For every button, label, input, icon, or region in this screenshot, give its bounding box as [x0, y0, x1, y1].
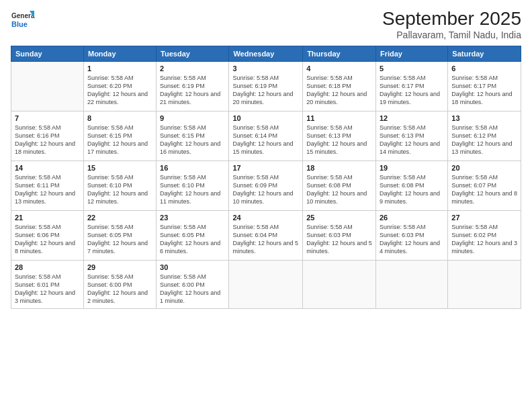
day-info: Sunrise: 5:58 AM Sunset: 6:17 PM Dayligh…	[451, 74, 517, 107]
day-number: 19	[380, 164, 444, 172]
calendar-cell: 11Sunrise: 5:58 AM Sunset: 6:13 PM Dayli…	[303, 111, 376, 161]
calendar-cell	[229, 261, 303, 309]
day-info: Sunrise: 5:58 AM Sunset: 6:13 PM Dayligh…	[380, 124, 444, 156]
calendar-week-3: 14Sunrise: 5:58 AM Sunset: 6:11 PM Dayli…	[11, 161, 521, 211]
calendar-cell: 21Sunrise: 5:58 AM Sunset: 6:06 PM Dayli…	[11, 211, 84, 261]
calendar-cell: 16Sunrise: 5:58 AM Sunset: 6:10 PM Dayli…	[157, 161, 229, 211]
calendar-cell: 2Sunrise: 5:58 AM Sunset: 6:19 PM Daylig…	[157, 62, 229, 111]
day-number: 18	[306, 164, 372, 172]
day-number: 6	[451, 64, 517, 73]
col-wednesday: Wednesday	[229, 46, 303, 62]
day-info: Sunrise: 5:58 AM Sunset: 6:15 PM Dayligh…	[160, 124, 225, 156]
calendar-cell: 9Sunrise: 5:58 AM Sunset: 6:15 PM Daylig…	[157, 111, 229, 161]
col-saturday: Saturday	[448, 46, 521, 62]
day-number: 4	[306, 64, 372, 73]
day-number: 24	[232, 214, 299, 222]
day-info: Sunrise: 5:58 AM Sunset: 6:03 PM Dayligh…	[306, 223, 372, 256]
calendar-cell: 20Sunrise: 5:58 AM Sunset: 6:07 PM Dayli…	[448, 161, 521, 211]
day-info: Sunrise: 5:58 AM Sunset: 6:00 PM Dayligh…	[160, 273, 225, 306]
calendar-cell	[303, 261, 376, 309]
calendar-cell: 23Sunrise: 5:58 AM Sunset: 6:05 PM Dayli…	[157, 211, 229, 261]
calendar-cell: 15Sunrise: 5:58 AM Sunset: 6:10 PM Dayli…	[83, 161, 156, 211]
day-number: 5	[380, 64, 444, 73]
calendar-cell: 13Sunrise: 5:58 AM Sunset: 6:12 PM Dayli…	[448, 111, 521, 161]
logo: General Blue	[11, 8, 35, 32]
day-number: 30	[160, 263, 225, 271]
calendar-cell: 29Sunrise: 5:58 AM Sunset: 6:00 PM Dayli…	[83, 261, 156, 309]
day-number: 17	[232, 164, 299, 172]
day-info: Sunrise: 5:58 AM Sunset: 6:05 PM Dayligh…	[160, 223, 225, 256]
day-number: 26	[380, 214, 444, 222]
calendar-table: Sunday Monday Tuesday Wednesday Thursday…	[11, 46, 521, 309]
calendar-cell: 28Sunrise: 5:58 AM Sunset: 6:01 PM Dayli…	[11, 261, 84, 309]
col-sunday: Sunday	[11, 46, 84, 62]
day-number: 12	[380, 114, 444, 122]
day-info: Sunrise: 5:58 AM Sunset: 6:13 PM Dayligh…	[306, 124, 372, 156]
calendar-cell: 27Sunrise: 5:58 AM Sunset: 6:02 PM Dayli…	[448, 211, 521, 261]
day-number: 14	[15, 164, 80, 172]
day-info: Sunrise: 5:58 AM Sunset: 6:06 PM Dayligh…	[15, 223, 80, 256]
calendar-cell: 3Sunrise: 5:58 AM Sunset: 6:19 PM Daylig…	[229, 62, 303, 111]
col-friday: Friday	[375, 46, 447, 62]
day-number: 13	[451, 114, 517, 122]
day-number: 22	[87, 214, 152, 222]
calendar-cell	[448, 261, 521, 309]
day-info: Sunrise: 5:58 AM Sunset: 6:18 PM Dayligh…	[306, 74, 372, 107]
location: Pallavaram, Tamil Nadu, India	[382, 30, 521, 40]
day-number: 25	[306, 214, 372, 222]
day-info: Sunrise: 5:58 AM Sunset: 6:10 PM Dayligh…	[87, 173, 152, 206]
day-number: 20	[451, 164, 517, 172]
day-number: 1	[87, 64, 152, 73]
day-number: 28	[15, 263, 80, 271]
calendar-cell: 30Sunrise: 5:58 AM Sunset: 6:00 PM Dayli…	[157, 261, 229, 309]
day-number: 8	[87, 114, 152, 122]
day-number: 27	[451, 214, 517, 222]
day-number: 11	[306, 114, 372, 122]
day-info: Sunrise: 5:58 AM Sunset: 6:20 PM Dayligh…	[87, 74, 152, 107]
calendar-cell: 4Sunrise: 5:58 AM Sunset: 6:18 PM Daylig…	[303, 62, 376, 111]
calendar-cell: 22Sunrise: 5:58 AM Sunset: 6:05 PM Dayli…	[83, 211, 156, 261]
day-info: Sunrise: 5:58 AM Sunset: 6:17 PM Dayligh…	[380, 74, 444, 107]
day-info: Sunrise: 5:58 AM Sunset: 6:11 PM Dayligh…	[15, 173, 80, 206]
calendar-week-4: 21Sunrise: 5:58 AM Sunset: 6:06 PM Dayli…	[11, 211, 521, 261]
calendar-cell	[11, 62, 84, 111]
day-info: Sunrise: 5:58 AM Sunset: 6:08 PM Dayligh…	[306, 173, 372, 206]
day-info: Sunrise: 5:58 AM Sunset: 6:16 PM Dayligh…	[15, 124, 80, 156]
calendar-cell: 25Sunrise: 5:58 AM Sunset: 6:03 PM Dayli…	[303, 211, 376, 261]
calendar-cell: 19Sunrise: 5:58 AM Sunset: 6:08 PM Dayli…	[375, 161, 447, 211]
calendar-week-5: 28Sunrise: 5:58 AM Sunset: 6:01 PM Dayli…	[11, 261, 521, 309]
calendar-cell: 6Sunrise: 5:58 AM Sunset: 6:17 PM Daylig…	[448, 62, 521, 111]
day-info: Sunrise: 5:58 AM Sunset: 6:19 PM Dayligh…	[232, 74, 299, 107]
logo-svg: General Blue	[11, 8, 35, 32]
calendar-cell: 24Sunrise: 5:58 AM Sunset: 6:04 PM Dayli…	[229, 211, 303, 261]
header-row: Sunday Monday Tuesday Wednesday Thursday…	[11, 46, 521, 62]
calendar-cell: 10Sunrise: 5:58 AM Sunset: 6:14 PM Dayli…	[229, 111, 303, 161]
calendar-cell: 14Sunrise: 5:58 AM Sunset: 6:11 PM Dayli…	[11, 161, 84, 211]
col-tuesday: Tuesday	[157, 46, 229, 62]
calendar-cell: 17Sunrise: 5:58 AM Sunset: 6:09 PM Dayli…	[229, 161, 303, 211]
title-block: September 2025 Pallavaram, Tamil Nadu, I…	[382, 8, 521, 40]
day-number: 21	[15, 214, 80, 222]
day-number: 9	[160, 114, 225, 122]
calendar-cell: 5Sunrise: 5:58 AM Sunset: 6:17 PM Daylig…	[375, 62, 447, 111]
day-info: Sunrise: 5:58 AM Sunset: 6:15 PM Dayligh…	[87, 124, 152, 156]
calendar-cell: 8Sunrise: 5:58 AM Sunset: 6:15 PM Daylig…	[83, 111, 156, 161]
day-number: 2	[160, 64, 225, 73]
day-info: Sunrise: 5:58 AM Sunset: 6:04 PM Dayligh…	[232, 223, 299, 256]
calendar-week-2: 7Sunrise: 5:58 AM Sunset: 6:16 PM Daylig…	[11, 111, 521, 161]
calendar-cell: 7Sunrise: 5:58 AM Sunset: 6:16 PM Daylig…	[11, 111, 84, 161]
calendar-cell: 1Sunrise: 5:58 AM Sunset: 6:20 PM Daylig…	[83, 62, 156, 111]
calendar-week-1: 1Sunrise: 5:58 AM Sunset: 6:20 PM Daylig…	[11, 62, 521, 111]
day-info: Sunrise: 5:58 AM Sunset: 6:00 PM Dayligh…	[87, 273, 152, 306]
svg-text:Blue: Blue	[11, 20, 28, 28]
calendar-cell: 12Sunrise: 5:58 AM Sunset: 6:13 PM Dayli…	[375, 111, 447, 161]
day-info: Sunrise: 5:58 AM Sunset: 6:01 PM Dayligh…	[15, 273, 80, 306]
day-number: 16	[160, 164, 225, 172]
day-info: Sunrise: 5:58 AM Sunset: 6:09 PM Dayligh…	[232, 173, 299, 206]
day-number: 10	[232, 114, 299, 122]
col-thursday: Thursday	[303, 46, 376, 62]
day-number: 3	[232, 64, 299, 73]
calendar-cell	[375, 261, 447, 309]
calendar-cell: 26Sunrise: 5:58 AM Sunset: 6:03 PM Dayli…	[375, 211, 447, 261]
day-number: 23	[160, 214, 225, 222]
